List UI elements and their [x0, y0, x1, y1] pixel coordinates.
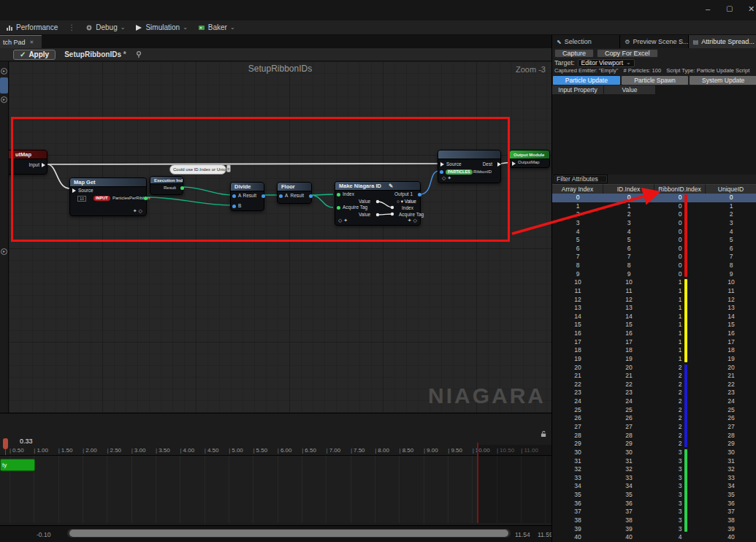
table-row[interactable]: 2222222: [552, 381, 756, 389]
table-cell: 25: [552, 406, 603, 415]
table-row[interactable]: 8808: [552, 262, 756, 270]
spreadsheet-rows: 0000110122023303440455056606770788089909…: [552, 194, 756, 542]
copy-for-excel-button[interactable]: Copy For Excel: [597, 49, 658, 58]
menu-baker[interactable]: Baker⌄: [198, 23, 235, 31]
table-row[interactable]: 3030330: [552, 449, 756, 457]
column-header-uniqueid[interactable]: UniqueID: [706, 184, 756, 194]
timeline-tracks[interactable]: [0, 455, 551, 523]
stage-tab-particle-update[interactable]: Particle Update: [553, 76, 620, 85]
table-row[interactable]: 3838338: [552, 516, 756, 525]
table-row[interactable]: 1010110: [552, 278, 756, 287]
table-row[interactable]: 9909: [552, 270, 756, 279]
table-row[interactable]: 7707: [552, 253, 756, 262]
menu-debug[interactable]: Debug⌄: [85, 23, 125, 31]
menu-performance[interactable]: Performance: [6, 23, 58, 31]
table-row[interactable]: 1313113: [552, 304, 756, 313]
pin-icon[interactable]: [135, 50, 143, 58]
panel-tab-preview-scene-s-[interactable]: ⚙Preview Scene S...: [620, 35, 688, 48]
tab-close-icon[interactable]: ✕: [30, 39, 34, 45]
timeline-scrollbar[interactable]: [67, 529, 511, 538]
table-cell: 2: [654, 414, 706, 423]
table-cell: 10: [706, 278, 756, 287]
table-row[interactable]: 3434334: [552, 482, 756, 491]
range-max: 11.59: [538, 531, 553, 538]
panel-tab-attribute-spread-[interactable]: ▤Attribute Spread...✕: [689, 35, 756, 48]
minimize-icon[interactable]: –: [706, 4, 710, 13]
table-row[interactable]: 2121221: [552, 372, 756, 381]
table-cell: 33: [552, 474, 603, 483]
table-cell: 7: [552, 253, 603, 262]
emitter-track-clip[interactable]: ty: [0, 459, 35, 471]
table-row[interactable]: 3737337: [552, 508, 756, 516]
column-header-array-index[interactable]: Array Index: [552, 184, 603, 194]
table-row[interactable]: 2424224: [552, 397, 756, 406]
table-cell: 31: [706, 457, 756, 466]
table-row[interactable]: 4040440: [552, 533, 756, 542]
column-header-id-index[interactable]: ID.Index: [603, 184, 654, 194]
table-row[interactable]: 1414114: [552, 313, 756, 321]
playhead-marker[interactable]: [3, 438, 8, 449]
table-row[interactable]: 3303: [552, 219, 756, 228]
script-stage-tabs: Particle UpdateParticle SpawnSystem Upda…: [553, 76, 756, 85]
breadcrumb[interactable]: SetupRibbonIDs *: [64, 50, 126, 58]
ruler-tick: |3.50: [156, 447, 170, 454]
table-row[interactable]: 3232332: [552, 465, 756, 474]
filter-attributes-input[interactable]: Filter Attributes: [554, 175, 608, 183]
panel-tab-selection[interactable]: ⬉Selection: [552, 35, 620, 48]
strip-selection[interactable]: [0, 77, 8, 93]
ribbon-group-bar: [684, 279, 687, 362]
close-icon[interactable]: ✕: [748, 4, 755, 14]
table-cell: 22: [552, 381, 603, 389]
table-row[interactable]: 2323223: [552, 389, 756, 397]
table-row[interactable]: 2202: [552, 210, 756, 219]
column-header-ribbonid-index[interactable]: RibbonID.Index: [654, 184, 706, 194]
stage-tab-particle-spawn[interactable]: Particle Spawn: [622, 76, 689, 85]
table-row[interactable]: 2525225: [552, 406, 756, 415]
timeline-end-marker[interactable]: [477, 443, 478, 523]
menu-simulation[interactable]: Simulation⌄: [135, 23, 187, 31]
table-row[interactable]: 3535335: [552, 491, 756, 500]
table-row[interactable]: 2929229: [552, 440, 756, 449]
table-row[interactable]: 2626226: [552, 414, 756, 423]
table-row[interactable]: 1111111: [552, 287, 756, 296]
table-cell: 6: [706, 245, 756, 253]
table-row[interactable]: 1212112: [552, 296, 756, 305]
table-row[interactable]: 1818118: [552, 346, 756, 355]
table-row[interactable]: 1717117: [552, 338, 756, 347]
table-row[interactable]: 3939339: [552, 525, 756, 534]
tab-scratch-pad[interactable]: tch Pad ✕: [0, 35, 42, 48]
table-cell: 3: [654, 449, 706, 457]
capture-button[interactable]: Capture: [554, 49, 594, 58]
table-cell: 9: [552, 270, 603, 279]
expand-icon[interactable]: ▸: [1, 68, 7, 75]
table-row[interactable]: 6606: [552, 245, 756, 253]
node-output-module[interactable]: Output Module OutputMap: [509, 150, 550, 168]
table-row[interactable]: 2727227: [552, 423, 756, 432]
table-row[interactable]: 1515115: [552, 321, 756, 329]
table-row[interactable]: 1919119: [552, 355, 756, 364]
expand-icon[interactable]: ▸: [1, 248, 7, 255]
property-header[interactable]: Input Property: [552, 85, 604, 94]
timeline-scroll-thumb[interactable]: [69, 530, 508, 537]
table-row[interactable]: 3333333: [552, 474, 756, 483]
maximize-icon[interactable]: ▢: [726, 4, 733, 12]
table-cell: 1: [654, 304, 706, 313]
stage-tab-system-update[interactable]: System Update: [690, 76, 756, 85]
table-row[interactable]: 2020220: [552, 364, 756, 373]
table-cell: 14: [706, 313, 756, 321]
ruler-tick: |9.00: [424, 447, 438, 454]
property-header[interactable]: Value: [604, 85, 656, 94]
table-row[interactable]: 2828228: [552, 432, 756, 440]
table-row[interactable]: 1101: [552, 202, 756, 211]
expand-icon[interactable]: ▸: [1, 96, 7, 103]
table-row[interactable]: 5505: [552, 236, 756, 245]
table-row[interactable]: 0000: [552, 194, 756, 202]
apply-button[interactable]: ✓ Apply: [13, 50, 56, 60]
lock-icon[interactable]: [541, 431, 547, 437]
input-pin[interactable]: [512, 161, 516, 166]
table-row[interactable]: 4404: [552, 228, 756, 237]
table-row[interactable]: 1616116: [552, 329, 756, 338]
table-row[interactable]: 3131331: [552, 457, 756, 466]
table-row[interactable]: 3636336: [552, 500, 756, 508]
target-dropdown[interactable]: Editor Viewport ⌄: [578, 59, 635, 67]
